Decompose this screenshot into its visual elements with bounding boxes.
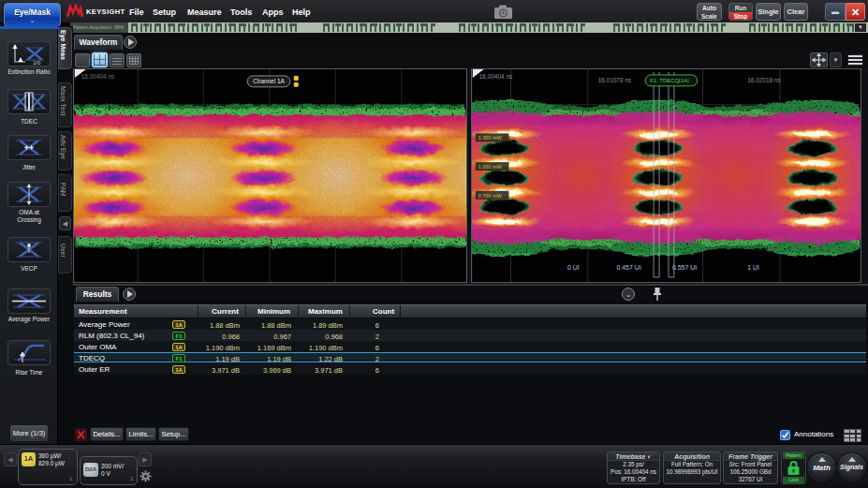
svg-text:Channel 1A: Channel 1A bbox=[253, 78, 285, 84]
svg-text:0.700 mW: 0.700 mW bbox=[478, 193, 503, 199]
svg-text:0 UI: 0 UI bbox=[567, 264, 580, 271]
svg-text:0.457 UI: 0.457 UI bbox=[616, 264, 640, 271]
svg-text:F1: TDECQ[1A]: F1: TDECQ[1A] bbox=[650, 78, 689, 83]
svg-text:1.000 mW: 1.000 mW bbox=[478, 164, 503, 170]
svg-text:16.00404 ns: 16.00404 ns bbox=[479, 73, 512, 80]
svg-text:16.02018 ns: 16.02018 ns bbox=[747, 77, 780, 83]
svg-text:16.00404 ns: 16.00404 ns bbox=[81, 73, 114, 80]
svg-text:1.300 mW: 1.300 mW bbox=[478, 135, 503, 140]
svg-text:1 UI: 1 UI bbox=[747, 264, 759, 271]
svg-text:16.01078 ns: 16.01078 ns bbox=[598, 77, 631, 83]
svg-text:0.557 UI: 0.557 UI bbox=[672, 264, 697, 271]
svg-text:1/0: 1/0 bbox=[33, 60, 41, 66]
